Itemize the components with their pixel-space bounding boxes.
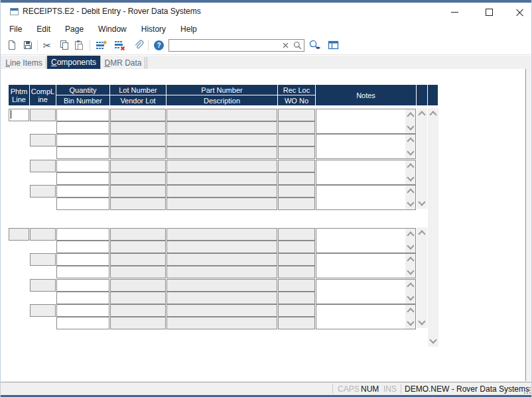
scroll-down-icon[interactable]: [407, 199, 414, 206]
quantity-field[interactable]: [56, 160, 109, 172]
bin-number-field[interactable]: [56, 121, 109, 134]
cut-button[interactable]: ✂: [40, 38, 54, 52]
close-button[interactable]: [505, 3, 532, 21]
attachment-button[interactable]: [132, 38, 145, 52]
scroll-down-icon[interactable]: [407, 293, 414, 300]
quantity-field[interactable]: [56, 228, 109, 241]
notes-field[interactable]: [316, 304, 416, 329]
quantity-field[interactable]: [56, 109, 109, 121]
quantity-field[interactable]: [56, 185, 109, 198]
scroll-down-icon[interactable]: [407, 174, 414, 181]
notes-field[interactable]: [316, 109, 416, 134]
group-scrollbar[interactable]: [417, 108, 427, 209]
column-header-part-number[interactable]: Part Number: [166, 85, 277, 95]
notes-field[interactable]: [316, 160, 416, 185]
scroll-up-icon[interactable]: [407, 308, 414, 315]
notes-scrollbar[interactable]: [405, 186, 415, 209]
bin-number-field[interactable]: [56, 146, 109, 159]
quantity-field[interactable]: [56, 134, 109, 146]
phtm-line-field[interactable]: [9, 228, 29, 241]
quantity-field[interactable]: [56, 304, 109, 317]
column-header-wo-no[interactable]: WO No: [278, 95, 315, 105]
scroll-up-icon[interactable]: [407, 256, 414, 264]
quantity-field[interactable]: [56, 253, 109, 266]
scroll-down-icon[interactable]: [407, 267, 414, 274]
scroll-down-icon[interactable]: [429, 336, 436, 343]
scroll-up-icon[interactable]: [407, 231, 414, 239]
notes-scrollbar[interactable]: [405, 109, 415, 133]
bin-number-field[interactable]: [56, 198, 109, 210]
quantity-field[interactable]: [56, 279, 109, 292]
notes-field[interactable]: [316, 228, 416, 253]
bin-number-field[interactable]: [56, 292, 109, 304]
notes-scrollbar[interactable]: [405, 305, 415, 329]
tab-components[interactable]: Components: [47, 56, 101, 69]
scroll-down-icon[interactable]: [407, 148, 414, 155]
maximize-button[interactable]: [474, 3, 504, 21]
help-button[interactable]: ?: [152, 38, 165, 52]
wo-no-field: [278, 317, 315, 329]
scroll-down-icon[interactable]: [407, 123, 414, 130]
copy-button[interactable]: [58, 38, 71, 52]
bin-number-field[interactable]: [56, 241, 109, 253]
bin-number-field[interactable]: [56, 172, 109, 185]
column-header-lot-number[interactable]: Lot Number: [110, 85, 166, 95]
menu-help[interactable]: Help: [173, 22, 204, 36]
notes-field[interactable]: [316, 279, 416, 304]
notes-field[interactable]: [316, 134, 416, 159]
notes-scrollbar[interactable]: [405, 280, 415, 304]
scroll-up-icon[interactable]: [407, 282, 414, 290]
scroll-up-icon[interactable]: [418, 111, 425, 118]
search-input[interactable]: [170, 40, 285, 52]
paste-button[interactable]: [72, 38, 86, 52]
menu-file[interactable]: File: [2, 22, 29, 36]
scroll-up-icon[interactable]: [407, 112, 414, 119]
phtm-line-field[interactable]: [9, 109, 29, 121]
scroll-up-icon[interactable]: [407, 188, 414, 196]
grid-vertical-scrollbar[interactable]: [428, 108, 438, 347]
menu-edit[interactable]: Edit: [29, 22, 58, 36]
notes-scrollbar[interactable]: [405, 135, 415, 158]
column-header-rec-loc[interactable]: Rec Loc: [278, 85, 315, 95]
scroll-up-icon[interactable]: [429, 111, 436, 118]
tab-dmr-data[interactable]: DMR Data: [101, 57, 145, 69]
notes-field[interactable]: [316, 185, 416, 210]
column-header-vendor-lot[interactable]: Vendor Lot: [110, 95, 166, 105]
bin-number-field[interactable]: [56, 266, 109, 278]
new-button[interactable]: [5, 38, 19, 52]
notes-scrollbar[interactable]: [405, 160, 415, 184]
wo-no-field: [278, 292, 315, 304]
column-header-phtm-line[interactable]: Phtm Line: [9, 85, 29, 105]
notes-scrollbar[interactable]: [405, 229, 415, 253]
title-bar[interactable]: RECEIPTS.E2 - Debit Entry - Rover Data S…: [1, 3, 532, 21]
column-header-notes[interactable]: Notes: [316, 85, 416, 105]
minimize-button[interactable]: [440, 3, 470, 21]
search-magnifier-icon[interactable]: [293, 40, 302, 50]
scroll-down-icon[interactable]: [407, 318, 414, 325]
save-button[interactable]: [21, 38, 34, 52]
tab-line-items[interactable]: Line Items: [2, 57, 46, 69]
notes-field[interactable]: [316, 253, 416, 278]
layout-button[interactable]: [326, 38, 340, 52]
insert-row-button[interactable]: [95, 38, 108, 52]
scroll-down-icon[interactable]: [418, 317, 425, 325]
bin-number-field[interactable]: [56, 317, 109, 329]
scroll-up-icon[interactable]: [407, 163, 414, 170]
group-scrollbar[interactable]: [417, 227, 427, 328]
menu-history[interactable]: History: [134, 22, 173, 36]
scroll-up-icon[interactable]: [418, 230, 425, 237]
column-header-quantity[interactable]: Quantity: [56, 85, 109, 95]
search-clear-icon[interactable]: [281, 40, 291, 50]
notes-scrollbar[interactable]: [405, 254, 415, 278]
column-header-comp-line[interactable]: CompL ine: [30, 85, 56, 105]
menu-page[interactable]: Page: [58, 22, 91, 36]
menu-window[interactable]: Window: [91, 22, 134, 36]
scroll-down-icon[interactable]: [407, 242, 414, 249]
find-record-button[interactable]: [308, 38, 322, 52]
column-header-bin-number[interactable]: Bin Number: [56, 95, 109, 105]
resize-grip-icon[interactable]: [524, 387, 531, 394]
delete-row-button[interactable]: [113, 38, 127, 52]
column-header-description[interactable]: Description: [166, 95, 277, 105]
scroll-down-icon[interactable]: [418, 198, 425, 205]
scroll-up-icon[interactable]: [407, 137, 414, 144]
